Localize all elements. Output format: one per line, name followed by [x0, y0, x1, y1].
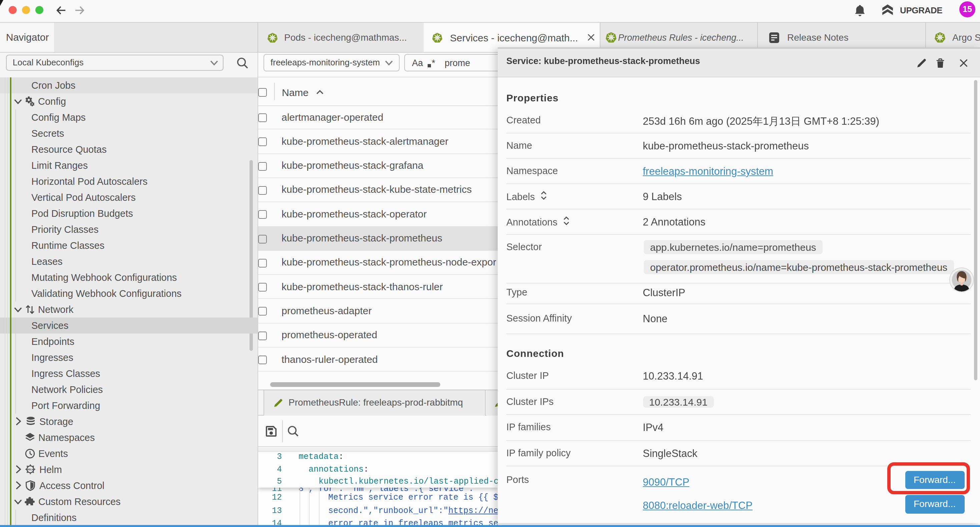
- svg-text:*: *: [431, 59, 435, 68]
- svg-text:HELM: HELM: [27, 468, 33, 471]
